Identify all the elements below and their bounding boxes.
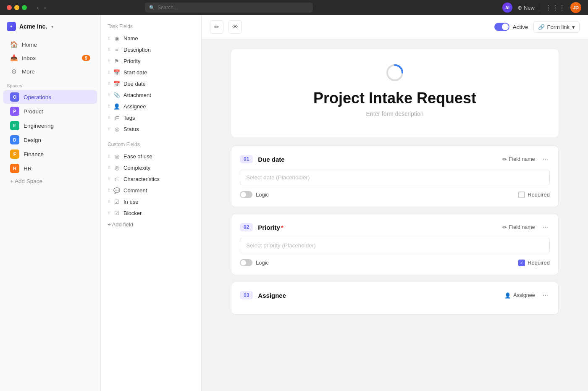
field-number-1: 01 xyxy=(240,155,253,163)
drag-handle-icon: ⠿ xyxy=(108,36,110,41)
logic-toggle-2[interactable]: Logic xyxy=(240,259,269,266)
field-blocker[interactable]: ⠿ ☑ Blocker xyxy=(101,207,201,219)
sidebar-item-home[interactable]: 🏠 Home xyxy=(3,38,97,51)
field-number-2: 02 xyxy=(240,223,253,231)
required-checkbox-1[interactable] xyxy=(518,192,525,198)
field-label-assignee: Assignee xyxy=(258,292,286,299)
logic-switch-1[interactable] xyxy=(240,191,252,198)
form-link-button[interactable]: 🔗 Form link ▾ xyxy=(533,21,580,33)
loading-spinner xyxy=(385,63,405,83)
date-placeholder[interactable]: Select date (Placeholder) xyxy=(240,170,550,185)
attachment-field-icon: 📎 xyxy=(113,92,120,98)
field-assignee[interactable]: ⠿ 👤 Assignee xyxy=(101,101,201,112)
field-tags[interactable]: ⠿ 🏷 Tags xyxy=(101,112,201,123)
sidebar-item-engineering[interactable]: E Engineering xyxy=(3,119,97,132)
nav-arrows: ‹ › xyxy=(35,3,47,12)
field-due-date[interactable]: ⠿ 📅 Due date xyxy=(101,78,201,89)
field-header-assignee: 03 Assignee 👤 Assignee ··· xyxy=(240,291,550,300)
field-characteristics[interactable]: ⠿ 🏷 Characteristics xyxy=(101,173,201,185)
preview-button[interactable]: 👁 xyxy=(228,20,242,34)
workspace-name: Acme Inc. xyxy=(19,23,47,30)
field-name-button-2[interactable]: ✏ Field name xyxy=(500,223,538,232)
workspace-header[interactable]: ✦ Acme Inc. ▾ xyxy=(0,18,100,34)
field-start-date[interactable]: ⠿ 📅 Start date xyxy=(101,67,201,78)
sidebar-item-more[interactable]: ⊙ More xyxy=(3,65,97,78)
field-attachment[interactable]: ⠿ 📎 Attachment xyxy=(101,89,201,101)
active-label: Active xyxy=(513,24,528,30)
edit-button[interactable]: ✏ xyxy=(210,20,223,34)
ease-of-use-icon: ◎ xyxy=(113,153,120,160)
characteristics-icon: 🏷 xyxy=(113,176,120,182)
fields-panel: Task Fields ⠿ ◉ Name ⠿ ≡ Description ⠿ ⚑… xyxy=(101,15,202,391)
assignee-field-icon: 👤 xyxy=(113,103,120,110)
active-toggle-switch[interactable] xyxy=(494,23,509,31)
logic-switch-2[interactable] xyxy=(240,259,252,266)
drag-handle-icon: ⠿ xyxy=(108,211,110,215)
field-more-button-3[interactable]: ··· xyxy=(541,291,550,300)
sidebar-item-hr[interactable]: H HR xyxy=(3,162,97,175)
forward-button[interactable]: › xyxy=(42,3,48,12)
required-checkbox-2[interactable] xyxy=(518,260,525,266)
field-ease-of-use[interactable]: ⠿ ◎ Ease of use xyxy=(101,151,201,162)
main-layout: ✦ Acme Inc. ▾ 🏠 Home 📥 Inbox 9 ⊙ More Sp… xyxy=(0,15,588,391)
field-complexity[interactable]: ⠿ ◎ Complexity xyxy=(101,162,201,173)
field-name[interactable]: ⠿ ◉ Name xyxy=(101,33,201,44)
name-field-icon: ◉ xyxy=(113,35,120,42)
link-icon: 🔗 xyxy=(538,24,545,30)
edit-field-icon: ✏ xyxy=(502,156,507,163)
field-status[interactable]: ⠿ ◎ Status xyxy=(101,123,201,135)
form-header-card: Project Intake Request Enter form descri… xyxy=(231,49,559,137)
field-more-button-1[interactable]: ··· xyxy=(541,155,550,164)
avatar[interactable]: JD xyxy=(570,2,581,13)
complexity-icon: ◎ xyxy=(113,165,120,171)
required-indicator: * xyxy=(281,224,284,231)
due-date-field-card: 01 Due date ✏ Field name ··· Select date… xyxy=(231,146,559,207)
active-toggle[interactable]: Active xyxy=(494,23,528,31)
ai-badge[interactable]: AI xyxy=(502,3,512,13)
priority-placeholder[interactable]: Select priority (Placeholder) xyxy=(240,238,550,253)
search-bar[interactable]: 🔍 xyxy=(145,3,313,13)
due-date-field-icon: 📅 xyxy=(113,81,120,87)
search-input[interactable] xyxy=(158,5,309,10)
add-field-button[interactable]: + Add field xyxy=(101,219,201,230)
assignee-icon: 👤 xyxy=(504,292,511,299)
drag-handle-icon: ⠿ xyxy=(108,177,110,181)
sidebar-item-finance[interactable]: F Finance xyxy=(3,147,97,161)
logic-toggle-1[interactable]: Logic xyxy=(240,191,269,198)
workspace-icon: ✦ xyxy=(7,22,16,31)
field-name-button-3[interactable]: 👤 Assignee xyxy=(502,291,537,300)
field-in-use[interactable]: ⠿ ☑ In use xyxy=(101,196,201,207)
close-button[interactable] xyxy=(7,5,12,10)
field-header-priority: 02 Priority* ✏ Field name ··· xyxy=(240,223,550,232)
home-icon: 🏠 xyxy=(10,41,18,48)
hr-avatar: H xyxy=(10,164,19,173)
traffic-lights xyxy=(7,5,27,10)
field-more-button-2[interactable]: ··· xyxy=(541,223,550,232)
grid-icon[interactable]: ⋮⋮⋮ xyxy=(545,4,565,12)
required-check-2[interactable]: Required xyxy=(518,260,550,266)
field-comment[interactable]: ⠿ 💬 Comment xyxy=(101,185,201,196)
minimize-button[interactable] xyxy=(14,5,19,10)
field-header-due-date: 01 Due date ✏ Field name ··· xyxy=(240,155,550,164)
drag-handle-icon: ⠿ xyxy=(108,115,110,120)
field-description[interactable]: ⠿ ≡ Description xyxy=(101,44,201,55)
new-button[interactable]: ⊕ New xyxy=(517,5,535,11)
required-check-1[interactable]: Required xyxy=(518,192,550,198)
sidebar-item-design[interactable]: D Design xyxy=(3,133,97,147)
drag-handle-icon: ⠿ xyxy=(108,81,110,86)
spaces-section-label: Spaces xyxy=(0,78,100,90)
edit-field-icon: ✏ xyxy=(502,224,507,231)
field-priority[interactable]: ⠿ ⚑ Priority xyxy=(101,55,201,67)
sidebar-item-product[interactable]: P Product xyxy=(3,105,97,118)
sidebar-item-operations[interactable]: O Operations xyxy=(3,90,97,104)
add-space-button[interactable]: + Add Space xyxy=(3,176,97,186)
maximize-button[interactable] xyxy=(22,5,27,10)
status-field-icon: ◎ xyxy=(113,126,120,132)
form-description[interactable]: Enter form description xyxy=(244,110,545,117)
drag-handle-icon: ⠿ xyxy=(108,127,110,131)
more-icon: ⊙ xyxy=(10,68,18,75)
back-button[interactable]: ‹ xyxy=(35,3,41,12)
field-name-button-1[interactable]: ✏ Field name xyxy=(500,155,538,164)
divider xyxy=(540,3,540,12)
sidebar-item-inbox[interactable]: 📥 Inbox 9 xyxy=(3,52,97,64)
